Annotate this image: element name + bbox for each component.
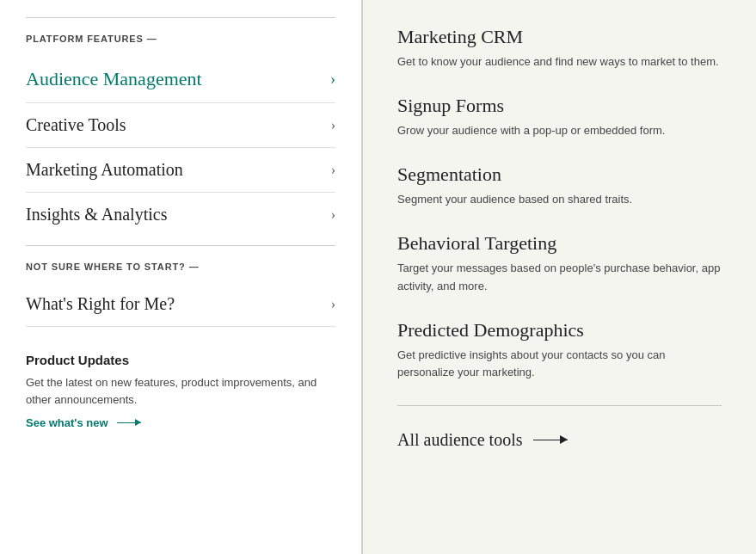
whats-right-arrow-icon: › (331, 297, 335, 312)
nav-arrow-icon-marketing-automation: › (331, 163, 335, 178)
feature-title-segmentation: Segmentation (397, 163, 722, 186)
feature-desc-segmentation: Segment your audience based on shared tr… (397, 191, 722, 208)
product-updates-title: Product Updates (26, 353, 335, 367)
not-sure-label: NOT SURE WHERE TO START? — (26, 262, 335, 272)
nav-item-audience-management[interactable]: Audience Management› (26, 56, 335, 103)
all-tools-label: All audience tools (397, 430, 523, 450)
features-bottom-divider (397, 405, 722, 406)
all-tools-arrow-icon (533, 440, 568, 441)
feature-item-behavioral-targeting: Behavioral TargetingTarget your messages… (397, 232, 722, 294)
product-updates-desc: Get the latest on new features, product … (26, 374, 335, 408)
feature-desc-behavioral-targeting: Target your messages based on people's p… (397, 260, 722, 294)
feature-item-signup-forms: Signup FormsGrow your audience with a po… (397, 95, 722, 139)
nav-arrow-icon-insights-analytics: › (331, 207, 335, 223)
see-whats-new-label: See what's new (26, 416, 108, 429)
nav-label-creative-tools: Creative Tools (26, 115, 126, 135)
right-panel: Marketing CRMGet to know your audience a… (363, 0, 756, 554)
feature-item-segmentation: SegmentationSegment your audience based … (397, 163, 722, 208)
nav-item-marketing-automation[interactable]: Marketing Automation› (26, 148, 335, 193)
see-whats-new-link[interactable]: See what's new (26, 416, 335, 429)
whats-right-label: What's Right for Me? (26, 294, 175, 314)
nav-item-creative-tools[interactable]: Creative Tools› (26, 103, 335, 148)
features-list: Marketing CRMGet to know your audience a… (397, 26, 722, 381)
feature-desc-predicted-demographics: Get predictive insights about your conta… (397, 347, 722, 381)
platform-features-label: PLATFORM FEATURES — (26, 34, 335, 44)
section-divider (26, 245, 335, 246)
nav-label-insights-analytics: Insights & Analytics (26, 205, 167, 225)
nav-item-insights-analytics[interactable]: Insights & Analytics› (26, 193, 335, 237)
nav-label-audience-management: Audience Management (26, 68, 202, 90)
left-panel: PLATFORM FEATURES — Audience Management›… (0, 0, 361, 554)
feature-title-signup-forms: Signup Forms (397, 95, 722, 117)
feature-title-predicted-demographics: Predicted Demographics (397, 319, 722, 342)
see-whats-new-arrow-icon (117, 422, 141, 423)
top-divider (26, 17, 335, 18)
nav-arrow-icon-audience-management: › (330, 71, 335, 89)
arrow-long-icon (533, 440, 568, 441)
feature-desc-signup-forms: Grow your audience with a pop-up or embe… (397, 122, 722, 139)
whats-right-item[interactable]: What's Right for Me? › (26, 282, 335, 327)
feature-title-marketing-crm: Marketing CRM (397, 26, 722, 48)
feature-title-behavioral-targeting: Behavioral Targeting (397, 232, 722, 255)
feature-item-marketing-crm: Marketing CRMGet to know your audience a… (397, 26, 722, 71)
feature-item-predicted-demographics: Predicted DemographicsGet predictive ins… (397, 319, 722, 381)
nav-list: Audience Management›Creative Tools›Marke… (26, 56, 335, 237)
feature-desc-marketing-crm: Get to know your audience and find new w… (397, 53, 722, 71)
nav-arrow-icon-creative-tools: › (331, 118, 335, 133)
product-updates: Product Updates Get the latest on new fe… (26, 353, 335, 429)
nav-label-marketing-automation: Marketing Automation (26, 160, 183, 180)
all-tools-link[interactable]: All audience tools (397, 430, 722, 450)
